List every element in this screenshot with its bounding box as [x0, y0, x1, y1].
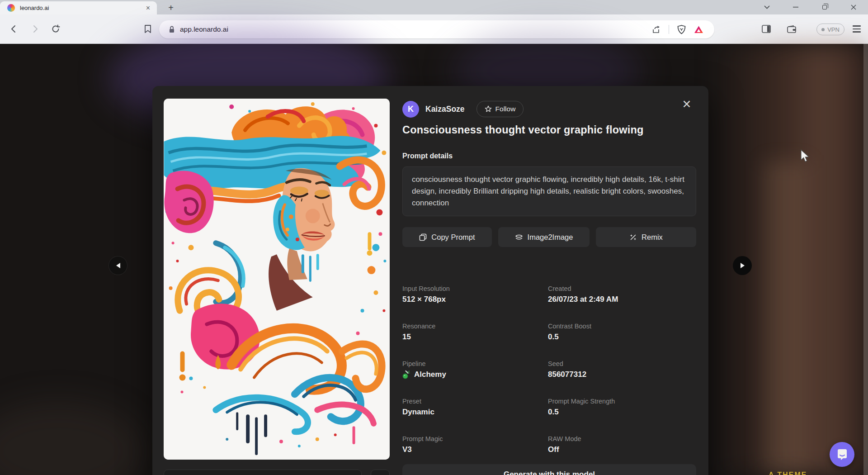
new-tab-button[interactable]: + [165, 2, 177, 14]
detail-contrast-boost: Contrast Boost 0.5 [548, 323, 693, 342]
browser-tab[interactable]: leonardo.ai × [0, 1, 157, 14]
detail-prompt-magic-strength: Prompt Magic Strength 0.5 [548, 398, 693, 417]
remix-button[interactable]: Remix [596, 227, 696, 247]
chat-support-button[interactable] [830, 442, 854, 467]
action-buttons: Copy Prompt Image2Image Remix [402, 227, 696, 247]
tab-search-chevron-icon[interactable] [752, 0, 781, 14]
reload-button[interactable] [47, 20, 64, 38]
page-content: K KaizaSoze Follow ✕ Consciousness thoug… [0, 44, 868, 475]
copy-prompt-button[interactable]: Copy Prompt [402, 227, 492, 247]
vpn-label: VPN [827, 26, 840, 33]
tab-close-icon[interactable]: × [144, 4, 152, 13]
image2image-label: Image2Image [528, 233, 573, 242]
wallet-icon[interactable] [783, 20, 800, 38]
detail-raw-mode: RAW Mode Off [548, 435, 693, 454]
close-window-button[interactable] [839, 0, 868, 14]
artwork-image[interactable] [164, 99, 390, 460]
bookmark-icon[interactable] [139, 20, 156, 38]
copy-icon [419, 233, 427, 241]
detail-prompt-magic: Prompt Magic V3 [402, 435, 547, 454]
mouse-cursor [799, 149, 811, 163]
screen: leonardo.ai × + [0, 0, 868, 475]
brave-shield-icon[interactable] [677, 25, 686, 34]
username[interactable]: KaizaSoze [425, 104, 465, 114]
watermark-text: A THEME [769, 471, 807, 475]
avatar[interactable]: K [402, 101, 419, 118]
star-icon [485, 105, 492, 113]
back-button[interactable] [5, 20, 23, 38]
alchemy-flask-icon [402, 370, 410, 379]
detail-created: Created 26/07/23 at 2:49 AM [548, 285, 693, 304]
thumbnail-strip[interactable] [164, 470, 362, 475]
detail-input-resolution: Input Resolution 512 × 768px [402, 285, 547, 304]
share-icon[interactable] [651, 25, 660, 34]
tab-title: leonardo.ai [20, 5, 144, 11]
follow-label: Follow [495, 105, 516, 113]
urlbar-actions [651, 20, 703, 38]
generate-with-model-button[interactable]: Generate with this model [402, 464, 696, 475]
remix-wand-icon [629, 233, 637, 241]
lock-icon [168, 25, 175, 33]
backdrop-glow [0, 401, 145, 475]
detail-pipeline: Pipeline Alchemy [402, 360, 547, 379]
sidebar-panel-icon[interactable] [758, 20, 775, 38]
minimize-button[interactable] [781, 0, 810, 14]
generation-title: Consciousness thought vector graphic flo… [402, 124, 644, 136]
browser-toolbar: app.leonardo.ai [0, 14, 868, 44]
brave-rewards-bat-icon[interactable] [694, 25, 703, 34]
prompt-details-heading: Prompt details [402, 152, 453, 160]
backdrop-edge-strip [863, 44, 868, 475]
chat-bubble-icon [836, 449, 848, 461]
user-row: K KaizaSoze Follow [402, 100, 524, 118]
previous-image-button[interactable] [108, 256, 127, 275]
restore-button[interactable] [810, 0, 839, 14]
vpn-status-dot [821, 28, 825, 31]
generation-detail-modal: K KaizaSoze Follow ✕ Consciousness thoug… [152, 86, 708, 475]
thumbnail-strip-small[interactable] [371, 470, 390, 475]
image2image-button[interactable]: Image2Image [498, 227, 590, 247]
close-modal-icon[interactable]: ✕ [680, 98, 693, 111]
browser-titlebar: leonardo.ai × + [0, 0, 868, 14]
remix-label: Remix [642, 233, 663, 242]
detail-preset: Preset Dynamic [402, 398, 547, 417]
detail-panel: K KaizaSoze Follow ✕ Consciousness thoug… [402, 86, 696, 475]
forward-button[interactable] [26, 20, 43, 38]
detail-seed: Seed 856077312 [548, 360, 693, 379]
vpn-button[interactable]: VPN [816, 24, 844, 35]
next-image-button[interactable] [733, 256, 752, 275]
backdrop-light-streak [764, 162, 807, 475]
detail-resonance: Resonance 15 [402, 323, 547, 342]
window-controls [752, 0, 868, 14]
follow-button[interactable]: Follow [476, 101, 524, 117]
copy-prompt-label: Copy Prompt [431, 233, 475, 242]
generate-label: Generate with this model [504, 470, 595, 475]
site-favicon-icon [7, 4, 15, 12]
urlbar-separator [669, 25, 669, 34]
layers-icon [515, 233, 523, 241]
prompt-text-box[interactable]: consciousness thought vector graphic flo… [402, 166, 696, 216]
menu-icon[interactable] [848, 20, 865, 38]
